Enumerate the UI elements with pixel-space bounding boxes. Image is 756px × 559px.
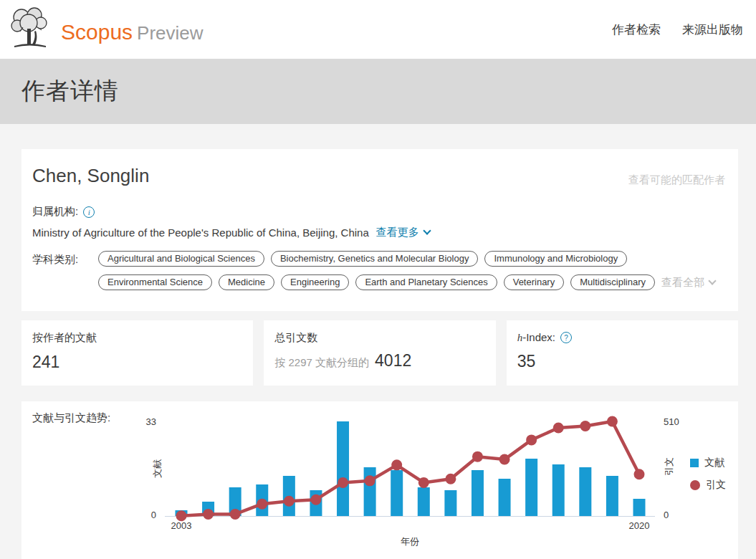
right-axis-min-tick: 0 (664, 510, 695, 520)
right-axis-title: 引文 (663, 452, 676, 481)
affiliation-text: Ministry of Agriculture of the People's … (32, 226, 369, 239)
author-name: Chen, Songlin (32, 163, 149, 188)
affiliation-label: 归属机构: (32, 205, 78, 219)
left-axis-min-tick: 0 (113, 510, 156, 520)
legend-citations[interactable]: 引文 (690, 479, 726, 492)
right-axis-max-tick: 510 (664, 416, 695, 427)
trend-chart-card: 文献与引文趋势: 33 0 510 0 文献 引文 2003 2020 年份 文… (21, 401, 738, 559)
x-axis-title: 年份 (388, 535, 431, 548)
author-card: Chen, Songlin 查看可能的匹配作者 归属机构: i Ministry… (21, 149, 738, 311)
hindex-label: h-Index: (517, 331, 555, 344)
subject-pill: Biochemistry, Genetics and Molecular Bio… (271, 251, 479, 267)
subjects-label: 学科类别: (32, 251, 98, 290)
brand-preview: Preview (137, 22, 203, 44)
documents-metric-value: 241 (32, 353, 242, 372)
left-axis-title: 文献 (151, 454, 164, 483)
hindex-metric-value: 35 (517, 352, 727, 371)
page-title-banner: 作者详情 (0, 59, 756, 124)
x-axis-first-tick: 2003 (160, 520, 203, 531)
info-icon[interactable]: i (83, 206, 95, 218)
chevron-down-icon (423, 226, 431, 234)
documents-metric-label: 按作者的文献 (32, 331, 242, 345)
x-axis-last-tick: 2020 (618, 520, 661, 531)
subject-pill: Engineering (281, 274, 349, 290)
header-nav: 作者检索 来源出版物 (612, 0, 743, 59)
brand-lockup: ScopusPreview (61, 20, 204, 44)
scopus-author-page: ScopusPreview 作者检索 来源出版物 作者详情 Chen, Song… (0, 0, 756, 559)
citations-legend-marker (690, 480, 700, 490)
legend-documents[interactable]: 文献 (690, 457, 726, 469)
metrics-row: 按作者的文献 241 总引文数 按 2297 文献分组的 4012 h-Inde… (21, 320, 738, 386)
citations-metric-card: 总引文数 按 2297 文献分组的 4012 (264, 320, 495, 386)
chart-legend: 文献 引文 (690, 457, 726, 492)
subject-pill: Environmental Science (98, 274, 212, 290)
nav-author-search[interactable]: 作者检索 (612, 22, 661, 38)
left-axis-max-tick: 33 (113, 416, 156, 427)
top-header: ScopusPreview 作者检索 来源出版物 (0, 0, 756, 59)
brand-scopus: Scopus (61, 20, 133, 44)
citations-metric-value: 4012 (375, 351, 411, 371)
citations-legend-label: 引文 (706, 479, 726, 492)
elsevier-tree-icon (9, 6, 50, 52)
documents-legend-marker (690, 459, 699, 467)
page-title: 作者详情 (21, 75, 119, 108)
documents-metric-card: 按作者的文献 241 (21, 320, 253, 386)
citations-metric-label: 总引文数 (274, 331, 484, 345)
subject-pill: Earth and Planetary Sciences (355, 274, 497, 290)
subject-pill-rows: Agricultural and Biological Sciences Bio… (98, 251, 715, 290)
chevron-down-icon (708, 277, 716, 285)
documents-legend-label: 文献 (704, 457, 724, 469)
help-icon[interactable]: ? (560, 332, 572, 343)
elsevier-tree-logo[interactable] (9, 6, 50, 52)
subject-pill: Multidisciplinary (570, 274, 655, 290)
citations-grouping-text: 按 2297 文献分组的 (274, 356, 369, 370)
hindex-metric-card: h-Index: ? 35 (507, 320, 738, 386)
nav-sources[interactable]: 来源出版物 (682, 22, 743, 38)
subject-pill: Medicine (219, 274, 274, 290)
view-more-link[interactable]: 查看更多 (376, 226, 430, 239)
subject-pill: Veterinary (504, 274, 565, 290)
potential-matches-link[interactable]: 查看可能的匹配作者 (628, 173, 725, 187)
subject-pill: Agricultural and Biological Sciences (98, 251, 264, 267)
view-all-link[interactable]: 查看全部 (661, 276, 715, 290)
chart-title: 文献与引文趋势: (32, 411, 110, 425)
subject-pill: Immunology and Microbiology (484, 251, 627, 267)
